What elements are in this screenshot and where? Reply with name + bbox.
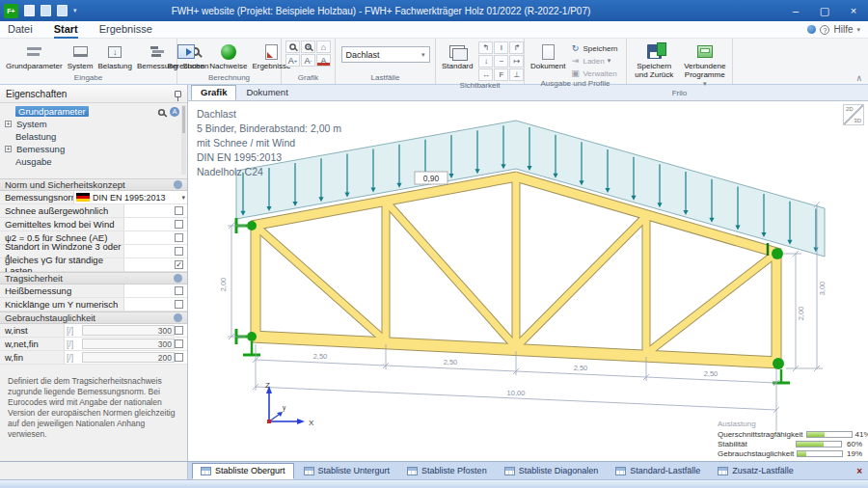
svg-text:2,50: 2,50 bbox=[704, 369, 719, 378]
save-back-icon bbox=[647, 44, 662, 59]
profil-verwalten-button[interactable]: ▣Verwalten bbox=[570, 68, 617, 79]
font-smaller-icon[interactable]: A- bbox=[301, 54, 315, 67]
profile-manage-icon: ▣ bbox=[570, 68, 580, 78]
tree-item-bemessung[interactable]: +Bemessung bbox=[4, 143, 187, 155]
tree-search-icon[interactable] bbox=[158, 108, 165, 115]
zoom-in-icon[interactable]: + bbox=[301, 41, 315, 53]
utilization-row: Querschnittstragfähigkeit 41% bbox=[718, 429, 862, 439]
visibility-toggle-icon[interactable]: − bbox=[494, 55, 508, 68]
speichern-zurueck-button[interactable]: Speichern und Zurück bbox=[631, 41, 678, 80]
tab-datei[interactable]: Datei bbox=[8, 21, 33, 39]
visibility-toggle-icon[interactable]: ↓ bbox=[478, 55, 493, 68]
w-net-fin-checkbox[interactable] bbox=[175, 339, 183, 348]
dokument-icon bbox=[542, 44, 555, 60]
table-icon bbox=[304, 467, 314, 475]
ribbon-group-frilo: Speichern und Zurück Verbundene Programm… bbox=[627, 39, 733, 84]
bottom-bar-spacer bbox=[0, 462, 188, 479]
ribbon-group-sichtbarkeit: Standard ↰ I ↱ ↓ − ↦ ↔ F ⊥ Sichtbarkeit bbox=[436, 39, 525, 84]
connected-programs-caret-icon: ▾ bbox=[703, 80, 707, 87]
tree-item-belastung[interactable]: Belastung bbox=[4, 130, 187, 143]
ribbon-collapse-icon[interactable]: ∧ bbox=[855, 73, 862, 83]
tab-stabliste-obergurt[interactable]: Stabliste Obergurt bbox=[192, 463, 294, 479]
belastung-button[interactable]: ↓Belastung bbox=[95, 41, 134, 71]
utilization-bar bbox=[806, 431, 853, 438]
profile-load-icon: ⇥ bbox=[570, 56, 580, 66]
lastfall-select[interactable]: Dachlast ▾ bbox=[341, 46, 430, 63]
tree-item-system[interactable]: +System bbox=[4, 118, 187, 130]
help-icon[interactable]: ? bbox=[820, 25, 829, 35]
profil-speichern-button[interactable]: ↻Speichern bbox=[570, 42, 617, 54]
visibility-toggle-icon[interactable]: I bbox=[494, 41, 508, 54]
tab-stabliste-diagonalen[interactable]: Stabliste Diagonalen bbox=[497, 463, 607, 479]
section-collapse-icon[interactable] bbox=[174, 313, 182, 322]
visibility-toggle-icon[interactable]: ⊥ bbox=[509, 68, 524, 81]
nachweise-sphere-icon bbox=[221, 44, 236, 60]
tree-a-icon[interactable]: A bbox=[170, 107, 179, 117]
font-larger-icon[interactable]: A+ bbox=[285, 54, 300, 67]
section-norm[interactable]: Norm und Sicherheitskonzept bbox=[0, 178, 187, 191]
font-color-icon[interactable]: A bbox=[316, 54, 331, 67]
minimize-button[interactable]: – bbox=[781, 0, 810, 21]
tree-item-ausgabe[interactable]: Ausgabe bbox=[4, 155, 187, 168]
tree-scrollbar[interactable] bbox=[181, 105, 186, 175]
zoom-icon[interactable] bbox=[285, 41, 300, 53]
group-label-eingabe: Eingabe bbox=[4, 73, 173, 84]
visibility-toggle-icon[interactable]: ↔ bbox=[478, 68, 493, 81]
ribbon: Grundparameter System ↓Belastung Bemessu… bbox=[0, 39, 868, 85]
status-bar bbox=[0, 479, 868, 488]
close-button[interactable]: × bbox=[839, 0, 868, 21]
section-tragsicherheit[interactable]: Tragsicherheit bbox=[0, 272, 187, 285]
tab-dokument[interactable]: Dokument bbox=[236, 85, 297, 100]
knicklaenge-checkbox[interactable] bbox=[175, 300, 183, 309]
tab-stabliste-pfosten[interactable]: Stabliste Pfosten bbox=[399, 463, 495, 479]
tab-grafik[interactable]: Grafik bbox=[191, 85, 236, 100]
home-view-icon[interactable]: ⌂ bbox=[316, 41, 331, 53]
tab-ergebnisse[interactable]: Ergebnisse bbox=[99, 21, 152, 39]
pin-icon[interactable] bbox=[175, 91, 181, 97]
w-inst-input[interactable]: 300 bbox=[82, 325, 175, 336]
heissbemessung-checkbox[interactable] bbox=[175, 286, 183, 295]
bemessungsnorm-select[interactable]: DIN EN 1995:2013 ▾ bbox=[73, 191, 187, 203]
menu-bar: Datei Start Ergebnisse ? Hilfe ▾ bbox=[0, 21, 868, 39]
tab-standard-lastfaelle[interactable]: Standard-Lastfälle bbox=[608, 463, 708, 479]
section-collapse-icon[interactable] bbox=[174, 180, 182, 189]
gamma-g-checkbox[interactable]: ✓ bbox=[175, 260, 183, 269]
kmod-checkbox[interactable] bbox=[175, 220, 183, 229]
berechnen-icon bbox=[177, 44, 195, 59]
section-collapse-icon[interactable] bbox=[174, 274, 182, 283]
profil-laden-button[interactable]: ⇥Laden▾ bbox=[570, 55, 617, 67]
expand-icon[interactable]: + bbox=[5, 121, 12, 127]
windzone-checkbox[interactable] bbox=[175, 247, 183, 256]
psi2-checkbox[interactable] bbox=[175, 233, 183, 242]
tab-start[interactable]: Start bbox=[54, 21, 78, 39]
expand-icon[interactable]: + bbox=[5, 146, 12, 152]
system-button[interactable]: System bbox=[66, 41, 95, 71]
graphics-canvas[interactable]: Dachlast 5 Binder, Binderabstand: 2,00 m… bbox=[188, 101, 868, 461]
help-label[interactable]: Hilfe bbox=[833, 24, 853, 35]
help-caret-icon[interactable]: ▾ bbox=[856, 26, 860, 34]
close-panel-icon[interactable]: × bbox=[856, 466, 862, 476]
w-fin-checkbox[interactable] bbox=[175, 353, 183, 362]
svg-text:10,00: 10,00 bbox=[507, 389, 526, 397]
dokument-button[interactable]: Dokument bbox=[529, 41, 567, 71]
w-fin-input[interactable]: 200 bbox=[82, 352, 175, 363]
2d-3d-toggle[interactable]: 2D 3D bbox=[843, 104, 864, 125]
visibility-toggle-icon[interactable]: ↰ bbox=[478, 41, 493, 54]
visibility-toggle-icon[interactable]: F bbox=[494, 68, 508, 81]
visibility-toggle-icon[interactable]: ↱ bbox=[509, 41, 524, 54]
tab-stabliste-untergurt[interactable]: Stabliste Untergurt bbox=[296, 463, 398, 479]
tab-zusatz-lastfaelle[interactable]: Zusatz-Lastfälle bbox=[710, 463, 801, 479]
section-gebrauchstauglichkeit[interactable]: Gebrauchstauglichkeit bbox=[0, 312, 187, 324]
w-inst-checkbox[interactable] bbox=[175, 326, 183, 335]
maximize-button[interactable]: ▢ bbox=[810, 0, 839, 21]
visibility-toggle-icon[interactable]: ↦ bbox=[509, 55, 524, 68]
title-bar: F+ ▾ FWH+ website (Projekt: Beispiele Ho… bbox=[0, 0, 868, 21]
properties-panel: Eigenschaften Grundparameter +System Bel… bbox=[0, 85, 188, 461]
schnee-checkbox[interactable] bbox=[175, 206, 183, 215]
verbundene-programme-button[interactable]: Verbundene Programme ▾ bbox=[682, 41, 729, 89]
standard-view-button[interactable]: Standard bbox=[440, 41, 475, 71]
w-net-fin-input[interactable]: 300 bbox=[82, 339, 175, 349]
grundparameter-button[interactable]: Grundparameter bbox=[4, 41, 65, 71]
utilization-title: Auslastung bbox=[718, 420, 862, 428]
nachweise-button[interactable]: Nachweise bbox=[207, 41, 249, 71]
